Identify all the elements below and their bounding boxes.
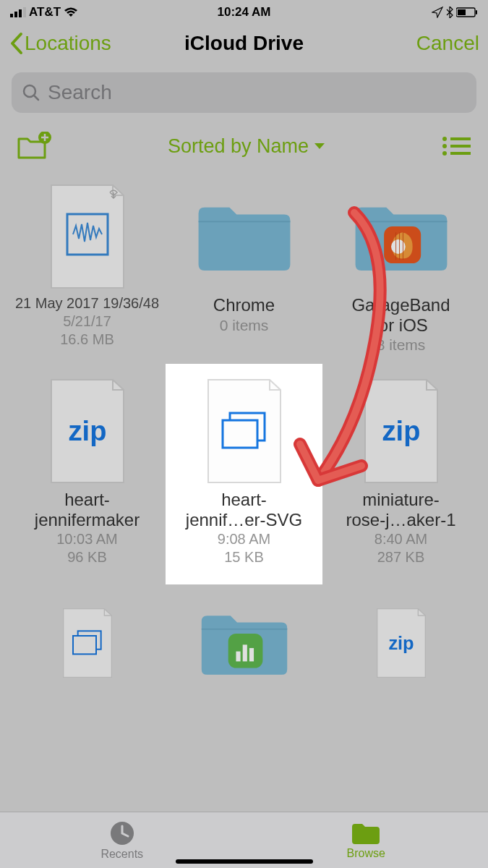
svg-rect-13 xyxy=(450,145,471,148)
folder-item[interactable]: Chrome 0 items xyxy=(166,174,322,368)
back-label: Locations xyxy=(25,32,111,55)
svg-rect-26 xyxy=(236,652,240,662)
svg-text:zip: zip xyxy=(68,416,106,446)
tab-label: Recents xyxy=(100,848,143,861)
svg-rect-27 xyxy=(242,645,247,662)
search-input[interactable]: Search xyxy=(12,72,476,113)
page-title: iCloud Drive xyxy=(184,32,304,55)
back-button[interactable]: Locations xyxy=(9,31,111,56)
svg-rect-21 xyxy=(223,420,257,448)
location-icon xyxy=(432,7,443,18)
file-item[interactable]: 21 May 2017 19/36/48 5/21/17 16.6 MB xyxy=(9,174,166,368)
svg-text:zip: zip xyxy=(382,416,420,446)
folder-item[interactable] xyxy=(166,580,322,712)
item-sub: 0 items xyxy=(220,317,269,334)
svg-point-14 xyxy=(442,151,447,156)
svg-rect-6 xyxy=(476,10,477,14)
item-size: 15 KB xyxy=(224,549,263,566)
item-date: 9:08 AM xyxy=(218,531,270,548)
item-name: Chrome xyxy=(213,295,275,315)
svg-rect-11 xyxy=(450,137,471,140)
folder-item[interactable]: GarageBand for iOS 8 items xyxy=(322,174,479,368)
item-name: heart- jennif…er-SVG xyxy=(186,490,302,529)
svg-rect-28 xyxy=(249,648,253,661)
carrier-label: AT&T xyxy=(29,5,61,20)
item-name: GarageBand for iOS xyxy=(351,295,450,335)
search-icon xyxy=(22,83,40,102)
item-date: 8:40 AM xyxy=(374,531,427,548)
nav-bar: Locations iCloud Drive Cancel xyxy=(0,20,488,67)
file-grid: 21 May 2017 19/36/48 5/21/17 16.6 MB Chr… xyxy=(0,174,488,712)
folder-icon xyxy=(351,821,381,846)
new-folder-button[interactable] xyxy=(17,132,52,161)
battery-icon xyxy=(456,7,478,17)
item-sub: 8 items xyxy=(377,336,426,354)
tab-label: Browse xyxy=(347,847,385,860)
file-item[interactable]: zip xyxy=(322,580,479,712)
cancel-button[interactable]: Cancel xyxy=(416,32,479,55)
chevron-left-icon xyxy=(9,31,25,56)
chevron-down-icon xyxy=(313,142,326,150)
clock: 10:24 AM xyxy=(217,5,270,20)
svg-rect-2 xyxy=(19,9,22,17)
signal-icon xyxy=(10,7,26,17)
svg-text:zip: zip xyxy=(388,633,414,653)
item-name: 21 May 2017 19/36/48 xyxy=(15,295,159,312)
svg-point-10 xyxy=(442,137,447,141)
file-item[interactable]: zip miniature- rose-j…aker-1 8:40 AM 287… xyxy=(322,368,479,580)
view-toggle-button[interactable] xyxy=(442,136,471,156)
item-name: heart- jennifermaker xyxy=(35,490,140,529)
bluetooth-icon xyxy=(446,7,453,18)
svg-rect-3 xyxy=(23,7,26,17)
item-size: 16.6 MB xyxy=(60,331,114,348)
home-indicator[interactable] xyxy=(176,859,313,864)
status-bar: AT&T 10:24 AM xyxy=(0,0,488,20)
file-item-selected[interactable]: heart- jennif…er-SVG 9:08 AM 15 KB xyxy=(166,364,322,584)
svg-line-8 xyxy=(34,95,38,100)
wifi-icon xyxy=(64,7,78,17)
file-item[interactable]: zip heart- jennifermaker 10:03 AM 96 KB xyxy=(9,368,166,580)
item-size: 287 KB xyxy=(377,549,425,566)
svg-rect-15 xyxy=(450,152,471,155)
sort-button[interactable]: Sorted by Name xyxy=(168,135,326,158)
item-name: miniature- rose-j…aker-1 xyxy=(346,490,455,529)
toolbar: Sorted by Name xyxy=(0,122,488,174)
item-date: 10:03 AM xyxy=(56,531,118,548)
svg-rect-1 xyxy=(14,12,17,17)
svg-rect-5 xyxy=(458,9,466,15)
item-date: 5/21/17 xyxy=(63,313,111,330)
file-item[interactable] xyxy=(9,580,166,712)
search-placeholder: Search xyxy=(48,81,112,104)
svg-rect-0 xyxy=(10,14,13,17)
clock-icon xyxy=(109,820,135,846)
item-size: 96 KB xyxy=(67,549,106,566)
sort-label-text: Sorted by Name xyxy=(168,135,309,158)
svg-point-12 xyxy=(442,144,447,148)
svg-rect-24 xyxy=(73,636,96,654)
